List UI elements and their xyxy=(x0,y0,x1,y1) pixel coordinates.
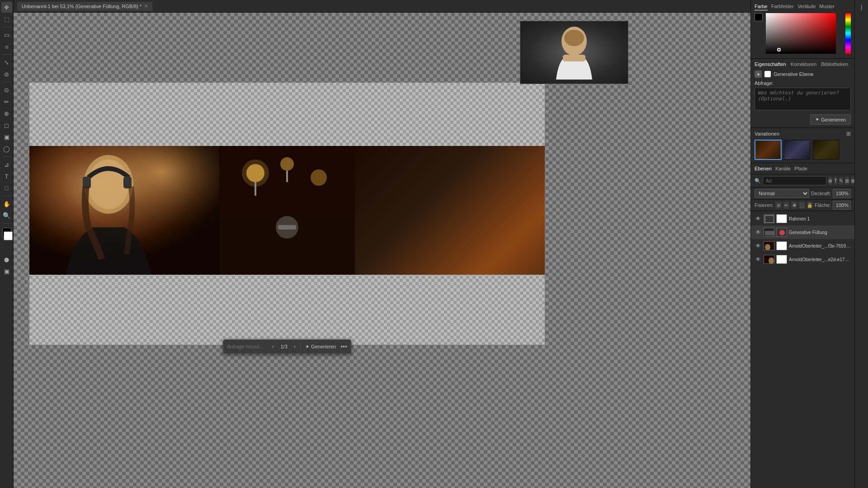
variation-thumb-1-content xyxy=(755,141,781,159)
fisieren-label: Fisieren: xyxy=(755,202,774,208)
layer-vis-arnold1[interactable]: 👁 xyxy=(755,242,762,249)
layer-item-arnold2[interactable]: 👁 ArnoldOberleiter_...e2d-e17873a531ac xyxy=(751,253,854,266)
background-color[interactable] xyxy=(4,231,13,240)
tool-separator-2 xyxy=(2,54,11,55)
lock-artboard-btn[interactable]: ⬚ xyxy=(799,202,805,209)
variation-thumb-2[interactable] xyxy=(783,140,811,160)
tool-type[interactable]: T xyxy=(1,171,12,182)
generate-button-floating[interactable]: ✦ Generieren xyxy=(303,343,338,351)
tab-verlaufe[interactable]: Verläufe xyxy=(797,3,816,10)
tool-separator-5 xyxy=(2,196,11,196)
tab-farbfelder[interactable]: Farbfelder xyxy=(771,3,794,10)
tool-brush[interactable]: ✏ xyxy=(1,96,12,107)
tool-select-rect[interactable]: ▭ xyxy=(1,29,12,40)
tool-gradient[interactable]: ▣ xyxy=(1,131,12,142)
tool-lasso[interactable]: ⌾ xyxy=(1,41,12,52)
color-panel-tabs: Farbe Farbfelder Verläufe Muster xyxy=(755,3,851,10)
layer-ctrl-btn-4[interactable]: ⊞ xyxy=(845,177,849,185)
layer-item-arnold1[interactable]: 👁 ArnoldOberleiter_...f3e-7659fe030679 xyxy=(751,239,854,253)
tool-pen[interactable]: ⊿ xyxy=(1,159,12,170)
color-gradient[interactable] xyxy=(766,13,836,54)
document-tab[interactable]: Unbenannt-1 bei 53,1% (Generative Füllun… xyxy=(17,2,152,11)
deckraft-label: Deckraft: xyxy=(811,191,831,196)
tab-kanale[interactable]: Kanäle xyxy=(775,165,791,172)
tab-ebenen[interactable]: Ebenen xyxy=(755,165,772,172)
tab-korrekturen[interactable]: Korrekturen xyxy=(791,61,816,67)
svg-point-32 xyxy=(765,244,770,250)
lock-paint-btn[interactable]: ✏ xyxy=(783,202,789,209)
collapse-panels-btn[interactable]: ⟩ xyxy=(856,2,867,13)
more-options-button[interactable]: ••• xyxy=(340,343,347,350)
color-indicator[interactable] xyxy=(777,48,781,52)
tool-eraser[interactable]: ◻ xyxy=(1,120,12,131)
lock-position-btn[interactable]: ✥ xyxy=(791,202,797,209)
svg-point-35 xyxy=(769,258,774,264)
abfrage-input[interactable] xyxy=(755,88,851,110)
deckraft-input[interactable] xyxy=(833,189,851,198)
layer-vis-arnold2[interactable]: 👁 xyxy=(755,256,762,263)
layer-item-gen-fill[interactable]: 👁 Generative Füllung xyxy=(751,225,854,239)
tool-artboard[interactable]: ⬚ xyxy=(1,14,12,24)
prev-variation-button[interactable]: ‹ xyxy=(270,343,276,351)
tool-hand[interactable]: ✋ xyxy=(1,198,12,209)
svg-point-22 xyxy=(564,30,584,46)
tool-crop[interactable]: ⤡ xyxy=(1,57,12,68)
layer-item-rahmen1[interactable]: 👁 Rahmen 1 xyxy=(751,212,854,225)
layer-thumb-gen xyxy=(764,228,774,237)
tool-dodge[interactable]: ◯ xyxy=(1,143,12,154)
tab-bibliotheken[interactable]: Bibliotheken xyxy=(821,61,848,67)
blend-mode-select[interactable]: Normal xyxy=(755,189,809,198)
layer-vis-icon[interactable]: 👁 xyxy=(755,215,762,222)
tab-farbe[interactable]: Farbe xyxy=(755,3,768,10)
svg-point-10 xyxy=(311,169,327,186)
webcam-content xyxy=(520,21,628,84)
color-picker-area[interactable] xyxy=(755,13,851,54)
tool-move[interactable]: ✥ xyxy=(1,2,12,13)
tool-mask[interactable]: ⬤ xyxy=(1,254,12,265)
layer-search-input[interactable] xyxy=(763,176,826,185)
generieren-button[interactable]: ✦ Generieren xyxy=(810,114,851,125)
color-hue-bar[interactable] xyxy=(845,13,851,54)
middle-section xyxy=(219,146,355,275)
search-icon: 🔍 xyxy=(755,178,761,184)
tool-eyedropper[interactable]: ⊘ xyxy=(1,69,12,80)
photo-strip xyxy=(29,146,545,275)
tab-muster[interactable]: Muster xyxy=(819,3,835,10)
layer-ctrl-btn-2[interactable]: T xyxy=(834,177,837,185)
layer-ctrl-btn-3[interactable]: ✎ xyxy=(839,177,843,185)
flache-input[interactable] xyxy=(833,201,851,210)
anfrage-input[interactable] xyxy=(227,344,268,349)
woman-left xyxy=(29,146,219,275)
lock-transparent-btn[interactable]: ⊘ xyxy=(775,202,781,209)
canvas-area[interactable]: ‹ 1/3 › ✦ Generieren ••• xyxy=(14,13,750,488)
woman-right xyxy=(355,146,545,275)
tab-pfade[interactable]: Pfade xyxy=(794,165,807,172)
blend-mode-row: Normal Deckraft: xyxy=(751,188,854,200)
layer-thumb-arnold1 xyxy=(764,241,774,250)
variation-thumb-3[interactable] xyxy=(812,140,840,160)
layer-ctrl-btn-1[interactable]: ⊕ xyxy=(828,177,832,185)
variationen-panel: Variationen ⊞ xyxy=(751,128,854,163)
lock-all-btn[interactable]: 🔒 xyxy=(807,202,813,209)
variationen-grid-icon[interactable]: ⊞ xyxy=(846,131,851,137)
tab-title: Unbenannt-1 bei 53,1% (Generative Füllun… xyxy=(22,4,142,9)
main-area: Unbenannt-1 bei 53,1% (Generative Füllun… xyxy=(14,0,750,488)
tool-stamp[interactable]: ⊕ xyxy=(1,108,12,119)
variation-thumb-1[interactable] xyxy=(755,140,782,160)
tab-eigenschaften[interactable]: Eigenschaften xyxy=(755,61,786,67)
variationen-thumbnails xyxy=(755,140,851,160)
layer-ctrl-btn-5[interactable]: ⊕ xyxy=(851,177,854,185)
svg-rect-23 xyxy=(563,55,585,61)
right-extra-panel: ⟩ xyxy=(854,0,868,488)
black-swatch[interactable] xyxy=(755,13,763,21)
generieren-icon: ✦ xyxy=(815,117,819,122)
image-frame[interactable]: ‹ 1/3 › ✦ Generieren ••• xyxy=(29,83,545,345)
layer-list: 👁 Rahmen 1 👁 xyxy=(751,211,854,488)
layer-vis-gen[interactable]: 👁 xyxy=(755,229,762,236)
tool-zoom[interactable]: 🔍 xyxy=(1,210,12,221)
tool-extra[interactable]: ▣ xyxy=(1,266,12,277)
next-variation-button[interactable]: › xyxy=(292,343,297,351)
tool-spot-heal[interactable]: ⊙ xyxy=(1,84,12,95)
tool-shape[interactable]: □ xyxy=(1,183,12,193)
tab-close-icon[interactable]: ✕ xyxy=(144,4,148,9)
